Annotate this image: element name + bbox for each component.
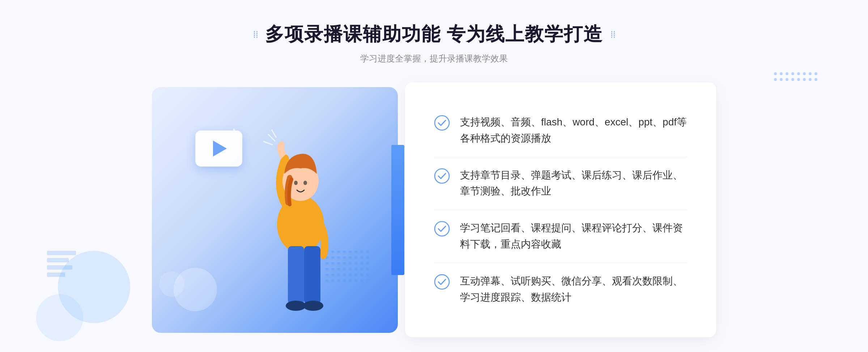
feature-text-4: 互动弹幕、试听购买、微信分享、观看次数限制、学习进度跟踪、数据统计 xyxy=(460,273,687,306)
right-dots-decoration xyxy=(774,72,817,81)
page-wrapper: ⁞⁞ 多项录播课辅助功能 专为线上教学打造 ⁞⁞ 学习进度全掌握，提升录播课教学… xyxy=(0,0,868,352)
page-title: 多项录播课辅助功能 专为线上教学打造 xyxy=(265,22,603,47)
header-deco-left: ⁞⁞ xyxy=(253,29,258,40)
svg-point-6 xyxy=(286,301,306,311)
svg-point-13 xyxy=(435,222,449,236)
svg-rect-5 xyxy=(304,246,320,304)
play-icon xyxy=(213,141,227,156)
svg-point-7 xyxy=(303,301,323,311)
blue-bar-accent xyxy=(391,145,404,275)
feature-text-1: 支持视频、音频、flash、word、excel、ppt、pdf等各种格式的资源… xyxy=(460,114,687,147)
feature-item-3: 学习笔记回看、课程提问、课程评论打分、课件资料下载，重点内容收藏 xyxy=(434,210,687,263)
features-panel: 支持视频、音频、flash、word、excel、ppt、pdf等各种格式的资源… xyxy=(405,82,716,337)
feature-item-1: 支持视频、音频、flash、word、excel、ppt、pdf等各种格式的资源… xyxy=(434,104,687,157)
feature-text-3: 学习笔记回看、课程提问、课程评论打分、课件资料下载，重点内容收藏 xyxy=(460,220,687,253)
svg-line-10 xyxy=(272,130,276,138)
main-content: » xyxy=(145,82,723,337)
svg-point-11 xyxy=(435,116,449,130)
check-icon-3 xyxy=(434,221,450,237)
svg-point-14 xyxy=(435,275,449,289)
check-icon-2 xyxy=(434,168,450,184)
svg-rect-4 xyxy=(288,246,304,304)
svg-point-2 xyxy=(294,181,298,185)
svg-line-8 xyxy=(268,134,275,141)
header-subtitle: 学习进度全掌握，提升录播课教学效果 xyxy=(253,53,615,64)
header-section: ⁞⁞ 多项录播课辅助功能 专为线上教学打造 ⁞⁞ 学习进度全掌握，提升录播课教学… xyxy=(253,22,615,64)
feature-item-4: 互动弹幕、试听购买、微信分享、观看次数限制、学习进度跟踪、数据统计 xyxy=(434,263,687,316)
svg-point-3 xyxy=(303,181,307,185)
header-title-row: ⁞⁞ 多项录播课辅助功能 专为线上教学打造 ⁞⁞ xyxy=(253,22,615,47)
svg-point-12 xyxy=(435,169,449,183)
large-circle-deco-2 xyxy=(36,294,83,341)
feature-text-2: 支持章节目录、弹题考试、课后练习、课后作业、章节测验、批改作业 xyxy=(460,167,687,200)
svg-line-9 xyxy=(263,141,273,145)
sparkle-3 xyxy=(226,132,228,134)
check-icon-1 xyxy=(434,115,450,131)
header-deco-right: ⁞⁞ xyxy=(610,29,615,40)
person-illustration xyxy=(234,123,371,333)
lines-decoration xyxy=(47,251,76,280)
illustration-card xyxy=(152,87,398,333)
feature-item-2: 支持章节目录、弹题考试、课后练习、课后作业、章节测验、批改作业 xyxy=(434,157,687,210)
deco-circle-2 xyxy=(159,271,184,297)
right-dot-pattern xyxy=(774,72,817,81)
check-icon-4 xyxy=(434,274,450,290)
